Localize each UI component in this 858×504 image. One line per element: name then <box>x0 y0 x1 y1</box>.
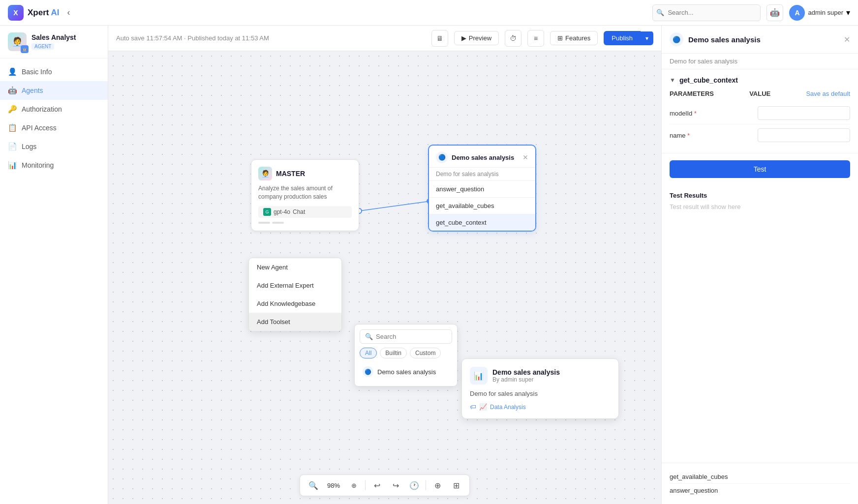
canvas-area[interactable]: 🧑‍💼 MASTER Analyze the sales amount of c… <box>108 51 661 504</box>
user-name: admin super <box>808 9 843 16</box>
demo-card-tags: 🏷 📈 Data Analysis <box>470 403 611 411</box>
sidebar-item-agents[interactable]: 🤖 Agents <box>0 81 108 100</box>
redo-btn[interactable]: ↪ <box>388 478 403 493</box>
node-bottom-btn-2 <box>272 222 284 224</box>
demo-node-close-btn[interactable]: ✕ <box>522 153 528 161</box>
demo-card-subtitle: By admin super <box>492 376 560 383</box>
demo-card-popup[interactable]: 📊 Demo sales analysis By admin super Dem… <box>461 358 619 419</box>
tag-icon: 🏷 <box>470 403 476 411</box>
demo-node-item-2[interactable]: get_cube_context <box>429 214 535 231</box>
screen-icon-btn[interactable]: 🖥 <box>431 30 448 47</box>
search-container: 🔍 <box>652 4 761 21</box>
sidebar-item-basic-info[interactable]: 👤 Basic Info <box>0 62 108 81</box>
param-name-input[interactable] <box>758 128 851 142</box>
grid-view-btn[interactable]: ⊞ <box>449 478 463 493</box>
right-panel-header: 🔵 Demo sales analysis ✕ <box>662 26 858 54</box>
features-button[interactable]: ⊞ Features <box>550 31 598 45</box>
context-menu-external-expert[interactable]: Add External Expert <box>249 276 341 295</box>
chevron-down-icon: ▾ <box>846 8 850 17</box>
sidebar-item-logs-label: Logs <box>22 143 36 150</box>
content-toolbar: Auto save 11:57:54 AM · Published today … <box>108 26 661 51</box>
zoom-in-btn[interactable]: ⊕ <box>346 478 361 493</box>
master-node-title: MASTER <box>276 170 305 178</box>
sidebar-item-agents-label: Agents <box>22 87 43 94</box>
sidebar-item-monitoring[interactable]: 📊 Monitoring <box>0 156 108 175</box>
connector-svg <box>108 51 661 504</box>
section-header[interactable]: ▼ get_cube_context <box>670 76 850 84</box>
filter-all[interactable]: All <box>360 348 377 358</box>
search-input[interactable] <box>652 4 761 21</box>
filter-custom[interactable]: Custom <box>410 348 441 358</box>
zoom-level: 98% <box>325 482 342 489</box>
svg-line-0 <box>359 201 430 211</box>
toolset-search-input[interactable] <box>376 333 447 340</box>
sidebar-item-authorization-label: Authorization <box>22 105 62 113</box>
node-bottom-btns <box>258 222 352 224</box>
logo-icon: X <box>8 5 24 21</box>
chatbot-icon-btn[interactable]: 🤖 <box>766 4 783 21</box>
demo-card-tag: Data Analysis <box>490 404 526 411</box>
logo-area: X Xpert AI <box>8 5 60 21</box>
agent-name-label: Sales Analyst <box>31 33 76 41</box>
toolset-item-label: Demo sales analysis <box>377 368 436 376</box>
add-btn[interactable]: ⊕ <box>430 478 445 493</box>
features-label: Features <box>565 34 590 42</box>
agent-sub-icon: 🤖 <box>21 45 29 53</box>
model-type: Chat <box>293 208 305 215</box>
demo-card-logo: 📊 <box>470 367 488 385</box>
context-menu-new-agent[interactable]: New Agent <box>249 258 341 276</box>
agents-icon: 🤖 <box>8 86 17 95</box>
demo-card-title: Demo sales analysis <box>492 368 560 376</box>
preview-button[interactable]: ▶ Preview <box>454 31 499 45</box>
agent-badge: AGENT <box>31 43 54 50</box>
context-menu-toolset[interactable]: Add Toolset <box>249 313 341 331</box>
publish-btn-group: Publish ▾ <box>604 31 653 45</box>
filter-builtin[interactable]: Builtin <box>380 348 407 358</box>
chart-icon: 📈 <box>479 403 487 411</box>
agent-info: Sales Analyst AGENT <box>31 33 76 50</box>
params-value-header: PARAMETERS <box>670 90 714 97</box>
clock-icon-btn[interactable]: ⏱ <box>505 30 521 47</box>
back-button[interactable]: ‹ <box>67 7 70 18</box>
publish-dropdown-button[interactable]: ▾ <box>641 31 653 45</box>
sidebar-item-logs[interactable]: 📄 Logs <box>0 137 108 156</box>
right-panel-subtitle: Demo for sales analysis <box>662 54 858 69</box>
person-icon: 👤 <box>8 67 17 76</box>
undo-btn[interactable]: ↩ <box>369 478 384 493</box>
section-title: get_cube_context <box>679 76 738 84</box>
user-avatar-area[interactable]: A admin super ▾ <box>789 5 850 21</box>
demo-node-item-1[interactable]: get_available_cubes <box>429 198 535 214</box>
param-name-required: * <box>687 132 690 139</box>
toolset-popup: 🔍 All Builtin Custom 🔵 Demo sales analys… <box>354 324 458 386</box>
demo-card-info: Demo sales analysis By admin super <box>492 368 560 383</box>
sidebar-item-authorization[interactable]: 🔑 Authorization <box>0 100 108 119</box>
sidebar-item-api-access[interactable]: 📋 API Access <box>0 119 108 137</box>
publish-button[interactable]: Publish <box>604 31 641 45</box>
demo-card-header: 📊 Demo sales analysis By admin super <box>470 367 611 385</box>
node-bottom-btn-1 <box>258 222 270 224</box>
context-menu-knowledgebase[interactable]: Add Knowledgebase <box>249 295 341 313</box>
test-results-title: Test Results <box>670 192 850 199</box>
save-as-default-btn[interactable]: Save as default <box>806 90 850 97</box>
monitoring-icon: 📊 <box>8 161 17 170</box>
test-button[interactable]: Test <box>670 160 850 178</box>
logo-ai-text: AI <box>51 8 60 17</box>
demo-card-description: Demo for sales analysis <box>470 389 611 398</box>
param-modelId-input[interactable] <box>758 106 851 120</box>
model-name: gpt-4o <box>274 208 290 215</box>
demo-node-title: Demo sales analysis <box>452 154 514 161</box>
list-icon-btn[interactable]: ≡ <box>527 30 544 47</box>
toolset-item-demo[interactable]: 🔵 Demo sales analysis <box>360 362 452 381</box>
toolbar-divider-1 <box>365 480 366 490</box>
main-layout: 🧑‍💼 🤖 Sales Analyst AGENT 👤 Basic Info 🤖… <box>0 26 858 504</box>
master-node[interactable]: 🧑‍💼 MASTER Analyze the sales amount of c… <box>251 159 359 231</box>
history-btn[interactable]: 🕐 <box>407 478 422 493</box>
grid-icon: ⊞ <box>557 34 563 42</box>
toolset-search-icon: 🔍 <box>365 333 373 340</box>
save-status: Auto save 11:57:54 AM · Published today … <box>116 34 269 42</box>
right-panel-close-btn[interactable]: ✕ <box>844 35 850 44</box>
demo-node-item-0[interactable]: answer_question <box>429 181 535 198</box>
zoom-out-btn[interactable]: 🔍 <box>306 478 321 493</box>
demo-sales-node[interactable]: 🔵 Demo sales analysis ✕ Demo for sales a… <box>428 145 536 232</box>
master-model-tag: G gpt-4o Chat <box>258 206 352 218</box>
